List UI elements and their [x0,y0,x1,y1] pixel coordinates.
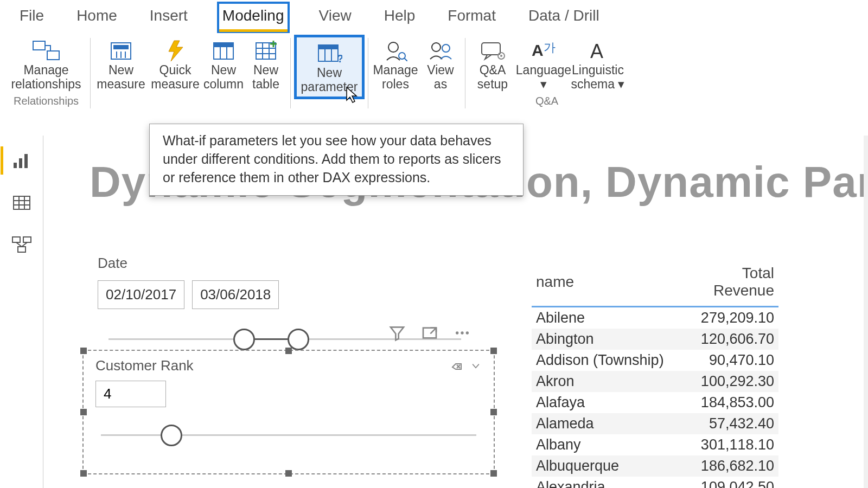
date-slicer[interactable]: Date 02/10/2017 03/06/2018 [98,255,472,352]
separator [290,38,291,108]
group-label [415,95,418,107]
ribbon-group-security: Manage roles View as [372,35,462,107]
separator [465,38,465,108]
cell-name: Abilene [532,307,675,329]
tab-insert[interactable]: Insert [146,4,191,31]
new-column-icon [209,38,238,63]
cell-name: Alameda [532,413,675,434]
tab-format[interactable]: Format [444,4,499,31]
table-row[interactable]: Abington120,606.70 [532,329,778,350]
new-table-button[interactable]: New table [245,35,287,94]
cell-name: Abington [532,329,675,350]
table-row[interactable]: Abilene279,209.10 [532,307,778,329]
resize-handle[interactable] [490,409,497,415]
new-measure-button[interactable]: New measure [94,35,148,94]
resize-handle[interactable] [80,409,87,415]
model-view-button[interactable] [9,234,34,256]
scrollbar[interactable] [864,136,868,488]
customer-rank-slicer[interactable]: Customer Rank 4 [82,350,495,474]
chevron-down-icon[interactable] [470,361,482,371]
roles-icon [381,38,410,63]
col-header-name[interactable]: name [532,260,675,307]
language-button[interactable]: A가 Language ▾ [516,35,571,94]
svg-line-26 [404,58,407,61]
table-row[interactable]: Albany301,118.10 [532,434,778,455]
ribbon-group-whatif: ? New parameter [294,35,365,113]
svg-rect-36 [19,158,22,168]
resize-handle[interactable] [490,470,497,477]
col-header-revenue[interactable]: Total Revenue [675,260,778,307]
cell-revenue: 301,118.10 [675,434,778,455]
tab-file[interactable]: File [16,4,47,31]
linguistic-schema-button[interactable]: A Linguistic schema ▾ [571,35,625,94]
table-row[interactable]: Akron100,292.30 [532,371,778,392]
group-label [328,100,331,113]
resize-handle[interactable] [285,348,292,354]
label: relationships [11,77,81,91]
cell-name: Albany [532,434,675,455]
manage-roles-button[interactable]: Manage roles [372,35,419,94]
new-column-button[interactable]: New column [202,35,245,94]
label: Quick [159,63,192,77]
svg-rect-20 [318,45,338,49]
svg-rect-45 [18,247,25,252]
table-row[interactable]: Alafaya184,853.00 [532,392,778,413]
svg-rect-37 [24,154,28,168]
tab-home[interactable]: Home [73,4,120,31]
report-view-button[interactable] [9,150,34,171]
rank-value-input[interactable]: 4 [95,381,166,407]
svg-rect-0 [33,41,45,50]
group-label: Q&A [535,95,558,107]
svg-text:A: A [532,41,544,59]
cell-name: Akron [532,371,675,392]
slider-handle-start[interactable] [233,329,255,350]
svg-rect-3 [113,45,129,49]
resize-handle[interactable] [80,470,87,477]
rank-slider[interactable] [95,422,482,448]
cell-revenue: 120,606.70 [675,329,778,350]
label: schema ▾ [571,77,625,91]
resize-handle[interactable] [80,348,87,354]
filter-icon[interactable] [387,324,407,342]
qa-setup-icon [478,38,507,63]
svg-point-50 [461,331,463,334]
tab-help[interactable]: Help [381,4,419,31]
clear-selection-icon[interactable] [449,359,464,373]
revenue-table[interactable]: name Total Revenue Abilene279,209.10Abin… [532,260,778,488]
table-row[interactable]: Alameda57,432.40 [532,413,778,434]
slider-handle-end[interactable] [288,329,309,350]
label: Q&A [480,63,506,77]
table-row[interactable]: Addison (Township)90,470.10 [532,350,778,371]
quick-measure-button[interactable]: Quick measure [148,35,202,94]
date-slicer-label: Date [98,255,472,272]
tab-view[interactable]: View [316,4,355,31]
view-as-button[interactable]: View as [419,35,462,94]
linguistic-icon: A [584,38,612,63]
svg-rect-38 [14,196,30,209]
tab-modeling[interactable]: Modeling [217,2,290,33]
cell-revenue: 184,853.00 [675,392,778,413]
svg-rect-44 [23,237,31,242]
quick-measure-icon [161,38,189,63]
cell-revenue: 109,042.50 [675,477,778,488]
rank-slicer-label: Customer Rank [95,357,194,374]
view-switcher-rail [0,136,43,488]
data-view-button[interactable] [9,192,34,214]
focus-mode-icon[interactable] [420,324,439,342]
table-row[interactable]: Alexandria109,042.50 [532,477,778,488]
qa-setup-button[interactable]: Q&A setup [469,35,516,94]
tab-data-drill[interactable]: Data / Drill [525,4,603,31]
date-to-input[interactable]: 03/06/2018 [192,280,279,309]
table-row[interactable]: Albuquerque186,682.10 [532,455,778,477]
more-options-icon[interactable] [452,324,472,342]
resize-handle[interactable] [490,348,497,354]
slider-handle[interactable] [161,425,182,446]
resize-handle[interactable] [285,470,292,477]
new-parameter-button[interactable]: ? New parameter [294,35,365,99]
cell-revenue: 186,682.10 [675,455,778,477]
date-from-input[interactable]: 02/10/2017 [98,280,184,309]
manage-relationships-button[interactable]: Manage relationships [5,35,87,94]
label: as [434,77,447,91]
new-parameter-tooltip: What-if parameters let you see how your … [149,124,524,196]
svg-point-28 [442,44,450,52]
